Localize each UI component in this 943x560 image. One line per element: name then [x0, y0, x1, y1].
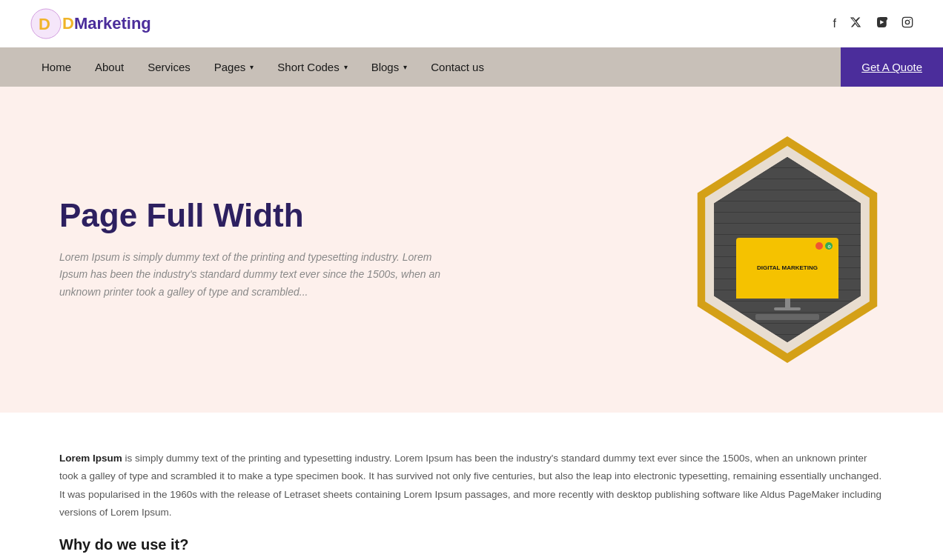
get-quote-button[interactable]: Get A Quote	[841, 47, 943, 87]
content-heading-2: Why do we use it?	[59, 536, 884, 553]
content-section: Lorem Ipsum is simply dummy text of the …	[0, 413, 943, 560]
logo-icon: D	[30, 7, 62, 40]
nav-links: Home About Services Pages ▾ Short Codes …	[0, 47, 526, 87]
svg-point-4	[905, 20, 909, 24]
logo[interactable]: D DMarketing	[30, 7, 151, 40]
monitor: ⚙ DIGITAL MARKETING	[736, 238, 838, 320]
nav-blogs[interactable]: Blogs ▾	[360, 47, 420, 87]
nav-short-codes[interactable]: Short Codes ▾	[265, 47, 359, 87]
svg-text:D: D	[39, 15, 50, 33]
content-bold: Lorem Ipsum	[59, 453, 122, 464]
navbar: Home About Services Pages ▾ Short Codes …	[0, 47, 943, 87]
brand-name: DMarketing	[62, 14, 151, 33]
nav-about[interactable]: About	[83, 47, 136, 87]
monitor-base	[774, 307, 801, 310]
hero-section: Page Full Width Lorem Ipsum is simply du…	[0, 87, 943, 413]
screen: ⚙ DIGITAL MARKETING	[736, 238, 838, 299]
nav-pages[interactable]: Pages ▾	[202, 47, 266, 87]
nav-services[interactable]: Services	[136, 47, 202, 87]
nav-contact[interactable]: Contact us	[419, 47, 496, 87]
hero-image: ⚙ DIGITAL MARKETING	[676, 131, 899, 368]
top-bar: D DMarketing f	[0, 0, 943, 47]
screen-text: DIGITAL MARKETING	[757, 264, 818, 272]
screen-icon-2: ⚙	[825, 242, 833, 250]
brand-letter: D	[62, 14, 74, 33]
social-links: f	[833, 16, 913, 31]
content-paragraph-1: Lorem Ipsum is simply dummy text of the …	[59, 450, 884, 521]
hero-title: Page Full Width	[59, 198, 445, 233]
pages-chevron: ▾	[250, 63, 254, 71]
shortcodes-chevron: ▾	[344, 63, 348, 71]
blogs-chevron: ▾	[403, 63, 407, 71]
monitor-stand	[785, 299, 790, 307]
svg-rect-3	[902, 17, 912, 27]
youtube-icon[interactable]	[875, 17, 888, 30]
keyboard	[755, 314, 819, 320]
hero-text: Lorem Ipsum is simply dummy text of the …	[59, 249, 445, 301]
screen-icons: ⚙	[815, 242, 833, 250]
twitter-icon[interactable]	[850, 16, 861, 31]
instagram-icon[interactable]	[901, 16, 913, 31]
facebook-icon[interactable]: f	[833, 17, 836, 30]
screen-icon-1	[815, 242, 823, 250]
hero-content: Page Full Width Lorem Ipsum is simply du…	[59, 198, 445, 301]
svg-point-5	[910, 19, 910, 20]
nav-home[interactable]: Home	[30, 47, 83, 87]
